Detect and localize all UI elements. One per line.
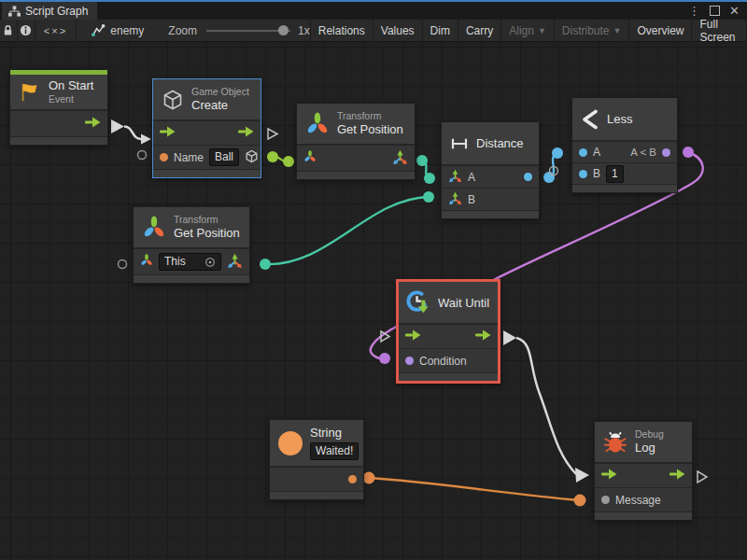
node-title: String [310, 426, 359, 441]
clock-timer-icon [405, 289, 432, 316]
node-footer [399, 372, 498, 381]
port-label: B [468, 193, 475, 206]
input-port-b[interactable] [579, 170, 587, 178]
node-title: Wait Until [438, 296, 489, 310]
relations-button[interactable]: Relations [310, 20, 374, 41]
hierarchy-icon [8, 6, 21, 17]
close-icon[interactable]: ✕ [729, 5, 740, 17]
node-subtitle: Debug [635, 428, 664, 441]
transform-input-port[interactable] [140, 254, 153, 270]
message-input-port[interactable] [601, 496, 610, 504]
node-debug-log[interactable]: Debug Log Message [594, 421, 693, 521]
b-value-field[interactable]: 1 [606, 165, 624, 183]
zoom-control: Zoom 1x [168, 24, 309, 37]
object-picker-icon[interactable] [204, 257, 216, 268]
flow-input-port[interactable] [601, 469, 617, 483]
port-label: Condition [419, 355, 467, 368]
graph-breadcrumb[interactable]: enemy [92, 24, 144, 37]
script-graph-window: Script Graph ⋮ ✕ <×> enemy [0, 0, 747, 560]
tab-script-graph[interactable]: Script Graph [2, 2, 97, 20]
node-get-position-1[interactable]: Transform Get Position [296, 103, 416, 180]
align-dropdown[interactable]: Align▼ [501, 20, 555, 41]
node-footer [595, 511, 692, 520]
node-string-literal[interactable]: String Waited! [269, 419, 364, 500]
transform-icon [303, 150, 317, 163]
node-create[interactable]: Game Object Create Name Ball [152, 78, 261, 178]
dim-button[interactable]: Dim [423, 20, 458, 41]
name-input-port[interactable] [160, 153, 168, 161]
node-footer [442, 210, 539, 218]
dropdown-caret-icon: ▼ [613, 26, 622, 35]
input-port-a[interactable] [579, 148, 587, 157]
port-label: A [593, 146, 600, 159]
transform-input-port[interactable] [303, 150, 317, 166]
distance-output-port[interactable] [524, 173, 532, 181]
node-title: Get Position [337, 122, 403, 137]
window-menu-icon[interactable]: ⋮ [688, 5, 700, 17]
zoom-slider-handle[interactable] [278, 25, 289, 35]
port-label: Name [174, 151, 204, 164]
dropdown-caret-icon: ▼ [538, 26, 546, 35]
maximize-icon[interactable] [710, 6, 720, 16]
flow-output-port[interactable] [475, 329, 491, 343]
condition-input-port[interactable] [405, 357, 414, 365]
flow-arrow-icon [669, 469, 685, 480]
node-title: Distance [476, 136, 524, 150]
node-get-position-2[interactable]: Transform Get Position This [133, 206, 250, 284]
node-subtitle: Game Object [191, 86, 249, 98]
ibeam-icon [450, 136, 469, 151]
zoom-slider[interactable] [206, 30, 290, 32]
node-footer [10, 136, 107, 145]
lock-icon [2, 24, 14, 36]
flow-input-port[interactable] [405, 329, 421, 343]
vector-input-port-a[interactable] [448, 169, 462, 186]
flow-arrow-icon [601, 469, 617, 480]
node-footer [134, 274, 249, 283]
result-label: A < B [630, 147, 656, 158]
port-label: B [593, 167, 600, 180]
flow-arrow-icon [238, 126, 254, 137]
string-value-field[interactable]: Waited! [310, 442, 359, 460]
node-less[interactable]: Less A A < B B 1 [571, 97, 678, 193]
window-focus-highlight [0, 0, 747, 2]
lock-button[interactable] [0, 20, 18, 41]
less-than-icon [581, 109, 599, 130]
transform-icon [305, 112, 330, 136]
transform-icon [140, 254, 153, 267]
position-output-port[interactable] [392, 149, 408, 168]
node-subtitle: Transform [174, 214, 240, 226]
node-title: Less [607, 112, 632, 126]
gameobject-output-port[interactable] [245, 149, 259, 166]
axis-arrows-icon [392, 149, 408, 165]
node-title: On Start [49, 78, 93, 93]
info-button[interactable] [18, 20, 35, 41]
node-distance[interactable]: Distance A B [441, 121, 540, 219]
target-object-field[interactable]: This [159, 253, 221, 271]
node-on-start[interactable]: On Start Event [9, 69, 108, 146]
flow-arrow-icon [85, 117, 101, 128]
cube-icon [162, 89, 184, 111]
node-wait-until[interactable]: Wait Until Condition [396, 279, 500, 384]
cube-icon [245, 149, 259, 163]
fullscreen-button[interactable]: Full Screen [692, 20, 747, 41]
flow-output-port[interactable] [238, 126, 254, 140]
vector-input-port-b[interactable] [448, 191, 462, 208]
node-title: Create [191, 98, 249, 113]
string-output-port[interactable] [348, 475, 357, 483]
result-output-port[interactable] [662, 148, 670, 157]
flow-arrow-icon [475, 329, 491, 341]
align-center-button[interactable]: <×> [35, 20, 78, 41]
flow-output-port[interactable] [669, 469, 685, 483]
values-button[interactable]: Values [374, 20, 423, 41]
node-subtitle: Transform [337, 110, 403, 122]
flag-icon [19, 81, 41, 104]
name-value-field[interactable]: Ball [209, 148, 239, 166]
flow-input-port[interactable] [160, 126, 176, 140]
flow-output-port[interactable] [85, 117, 101, 131]
node-footer [297, 171, 415, 179]
position-output-port[interactable] [227, 253, 243, 272]
carry-button[interactable]: Carry [458, 20, 501, 41]
overview-button[interactable]: Overview [629, 20, 692, 41]
title-bar: Script Graph ⋮ ✕ [0, 0, 747, 20]
distribute-dropdown[interactable]: Distribute▼ [555, 20, 630, 41]
